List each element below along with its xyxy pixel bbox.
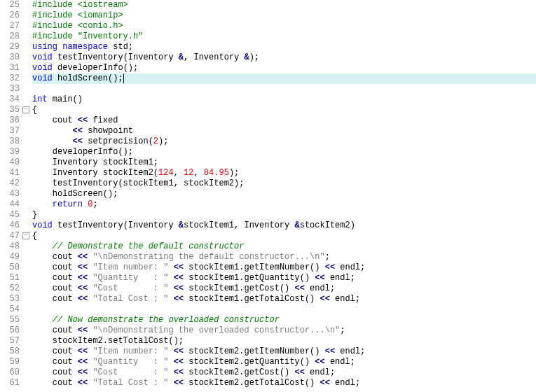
code-line[interactable]: cout << fixed bbox=[32, 115, 536, 126]
code-line[interactable]: int main() bbox=[32, 94, 536, 105]
line-number: 58 bbox=[0, 346, 20, 357]
code-line[interactable]: void testInventory(Inventory &stockItem1… bbox=[32, 220, 536, 231]
text-caret bbox=[123, 74, 124, 83]
code-editor[interactable]: 2526272829303132333435363738394041424344… bbox=[0, 0, 536, 388]
line-number: 27 bbox=[0, 21, 20, 31]
line-number: 38 bbox=[0, 136, 20, 147]
code-line[interactable]: cout << "Total Cost : " << stockItem2.ge… bbox=[32, 378, 536, 388]
line-number: 37 bbox=[0, 126, 20, 136]
code-line[interactable] bbox=[32, 304, 536, 315]
line-number: 25 bbox=[0, 0, 20, 10]
line-number: 56 bbox=[0, 326, 20, 336]
code-line[interactable]: void developerInfo(); bbox=[32, 63, 536, 74]
line-number: 45 bbox=[0, 210, 20, 220]
line-number: 41 bbox=[0, 168, 20, 178]
line-number-gutter: 2526272829303132333435363738394041424344… bbox=[0, 0, 22, 388]
code-line[interactable]: cout << "Cost : " << stockItem1.getCost(… bbox=[32, 284, 536, 294]
code-line[interactable]: { bbox=[32, 231, 536, 241]
line-number: 32 bbox=[0, 74, 20, 84]
code-line[interactable]: Inventory stockItem1; bbox=[32, 158, 536, 168]
code-line[interactable]: << showpoint bbox=[32, 126, 536, 136]
code-line[interactable]: { bbox=[32, 105, 536, 115]
code-line[interactable]: // Now demonstrate the overloaded constr… bbox=[32, 315, 536, 326]
line-number: 49 bbox=[0, 252, 20, 262]
line-number: 60 bbox=[0, 368, 20, 378]
line-number: 50 bbox=[0, 262, 20, 273]
code-line[interactable]: stockItem2.setTotalCost(); bbox=[32, 336, 536, 346]
line-number: 35 bbox=[0, 105, 20, 115]
fold-toggle-icon[interactable]: − bbox=[22, 232, 29, 239]
code-line[interactable]: void testInventory(Inventory &, Inventor… bbox=[32, 52, 536, 63]
code-line[interactable] bbox=[32, 84, 536, 94]
code-line[interactable]: cout << "Item number: " << stockItem1.ge… bbox=[32, 262, 536, 273]
code-line[interactable]: // Demonstrate the default constructor bbox=[32, 241, 536, 252]
code-line[interactable]: #include <iomanip> bbox=[32, 10, 536, 21]
line-number: 40 bbox=[0, 158, 20, 168]
code-line[interactable]: << setprecision(2); bbox=[32, 136, 536, 147]
line-number: 54 bbox=[0, 304, 20, 315]
line-number: 42 bbox=[0, 178, 20, 189]
line-number: 48 bbox=[0, 241, 20, 252]
code-line[interactable]: void holdScreen(); bbox=[32, 74, 536, 84]
code-line[interactable]: cout << "\nDemonstrating the overloaded … bbox=[32, 326, 536, 336]
code-line[interactable]: } bbox=[32, 210, 536, 220]
line-number: 57 bbox=[0, 336, 20, 346]
line-number: 59 bbox=[0, 357, 20, 368]
code-line[interactable]: cout << "Quantity : " << stockItem1.getQ… bbox=[32, 273, 536, 284]
code-line[interactable]: return 0; bbox=[32, 200, 536, 210]
line-number: 30 bbox=[0, 52, 20, 63]
code-line[interactable]: #include "Inventory.h" bbox=[32, 31, 536, 42]
line-number: 34 bbox=[0, 94, 20, 105]
line-number: 55 bbox=[0, 315, 20, 326]
fold-gutter[interactable]: −− bbox=[22, 0, 31, 388]
code-line[interactable]: holdScreen(); bbox=[32, 189, 536, 200]
fold-toggle-icon[interactable]: − bbox=[22, 106, 29, 113]
code-line[interactable]: cout << "Item number: " << stockItem2.ge… bbox=[32, 346, 536, 357]
code-line[interactable]: cout << "\nDemonstrating the default con… bbox=[32, 252, 536, 262]
code-line[interactable]: #include <conio.h> bbox=[32, 21, 536, 31]
code-line[interactable]: developerInfo(); bbox=[32, 147, 536, 158]
code-area[interactable]: #include <iostream>#include <iomanip>#in… bbox=[31, 0, 536, 388]
line-number: 61 bbox=[0, 378, 20, 388]
line-number: 43 bbox=[0, 189, 20, 200]
line-number: 47 bbox=[0, 231, 20, 241]
line-number: 39 bbox=[0, 147, 20, 158]
line-number: 29 bbox=[0, 42, 20, 52]
line-number: 46 bbox=[0, 220, 20, 231]
line-number: 26 bbox=[0, 10, 20, 21]
code-line[interactable]: cout << "Total Cost : " << stockItem1.ge… bbox=[32, 294, 536, 304]
code-line[interactable]: cout << "Cost : " << stockItem2.getCost(… bbox=[32, 368, 536, 378]
line-number: 31 bbox=[0, 63, 20, 74]
code-line[interactable]: Inventory stockItem2(124, 12, 84.95); bbox=[32, 168, 536, 178]
line-number: 44 bbox=[0, 200, 20, 210]
code-line[interactable]: cout << "Quantity : " << stockItem2.getQ… bbox=[32, 357, 536, 368]
line-number: 52 bbox=[0, 284, 20, 294]
code-line[interactable]: using namespace std; bbox=[32, 42, 536, 52]
line-number: 51 bbox=[0, 273, 20, 284]
line-number: 33 bbox=[0, 84, 20, 94]
code-line[interactable]: testInventory(stockItem1, stockItem2); bbox=[32, 178, 536, 189]
code-line[interactable]: #include <iostream> bbox=[32, 0, 536, 10]
line-number: 53 bbox=[0, 294, 20, 304]
line-number: 28 bbox=[0, 31, 20, 42]
line-number: 36 bbox=[0, 115, 20, 126]
